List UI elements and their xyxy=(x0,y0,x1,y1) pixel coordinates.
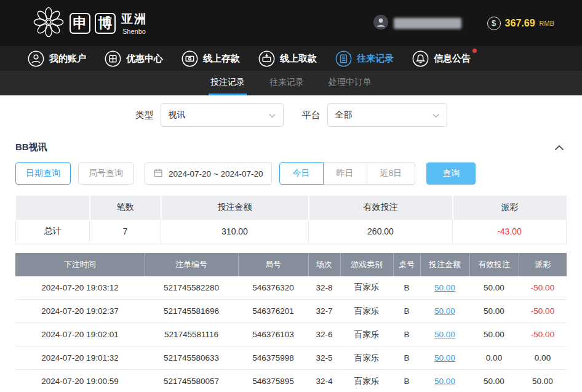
yesterday-button[interactable]: 昨日 xyxy=(323,162,367,185)
recent-8-days-button[interactable]: 近8日 xyxy=(367,162,416,185)
promo-grid-icon xyxy=(105,50,121,67)
total-label: 总计 xyxy=(16,219,90,244)
bet-amount-cell: 50.00 xyxy=(420,323,469,346)
bet-time-cell: 2024-07-20 19:03:12 xyxy=(15,276,145,300)
bet-amount-link[interactable]: 50.00 xyxy=(434,353,455,362)
bet-number-cell: 521745581116 xyxy=(145,323,238,346)
col-session: 场次 xyxy=(308,253,340,276)
bet-amount-cell: 50.00 xyxy=(420,370,469,392)
nav-item-announcements[interactable]: 信息公告 xyxy=(412,50,471,67)
payout-cell: -50.00 xyxy=(519,323,567,346)
dollar-icon: $ xyxy=(487,17,501,30)
round-number-cell: 546375998 xyxy=(238,346,308,370)
tab-transaction-records[interactable]: 往来记录 xyxy=(268,71,306,95)
table-row: 2024-07-20 19:03:12 521745582280 5463763… xyxy=(15,276,567,300)
round-number-cell: 546376103 xyxy=(238,323,308,346)
chevron-up-icon[interactable] xyxy=(552,142,567,153)
user-icon xyxy=(28,50,44,67)
summary-header-empty xyxy=(16,196,90,219)
game-type-cell: 百家乐 xyxy=(340,276,393,300)
today-button[interactable]: 今日 xyxy=(279,162,324,185)
col-bet-time: 下注时间 xyxy=(15,253,145,276)
type-label: 类型 xyxy=(135,110,154,121)
tab-processing-orders[interactable]: 处理中订单 xyxy=(327,71,373,95)
summary-total-row: 总计 7 310.00 260.00 -43.00 xyxy=(16,219,567,244)
bet-number-cell: 521745580633 xyxy=(145,346,238,370)
summary-header-valid-bet: 有效投注 xyxy=(309,196,453,219)
bet-time-cell: 2024-07-20 19:01:32 xyxy=(15,346,145,370)
col-bet-amount: 投注金额 xyxy=(420,253,469,276)
bet-time-cell: 2024-07-20 19:02:37 xyxy=(15,300,145,323)
records-icon xyxy=(335,50,352,67)
nav-item-deposit[interactable]: 线上存款 xyxy=(181,50,240,67)
chevron-down-icon xyxy=(269,110,276,120)
user-chip[interactable] xyxy=(373,14,461,33)
date-range-input[interactable]: 2024-07-20 ~ 2024-07-20 xyxy=(145,162,272,185)
nav-item-my-account[interactable]: 我的账户 xyxy=(28,50,86,67)
bet-amount-cell: 50.00 xyxy=(420,300,469,323)
logo-char-2: 博 xyxy=(95,13,116,34)
tab-betting-records[interactable]: 投注记录 xyxy=(209,71,247,95)
calendar-icon xyxy=(153,168,163,180)
logo[interactable]: 申 博 亚洲 Shenbo xyxy=(32,6,147,41)
table-row: 2024-07-20 19:02:01 521745581116 5463761… xyxy=(15,323,567,346)
col-valid-bet: 有效投注 xyxy=(469,253,519,276)
bell-icon xyxy=(412,50,429,67)
bet-amount-link[interactable]: 50.00 xyxy=(434,377,455,386)
type-select[interactable]: 视讯 xyxy=(161,103,284,127)
valid-bet-cell: 50.00 xyxy=(469,323,519,346)
round-number-cell: 546375895 xyxy=(238,370,308,392)
game-type-cell: 百家乐 xyxy=(340,346,393,370)
valid-bet-cell: 0.00 xyxy=(469,346,519,370)
sub-tabs: 投注记录 往来记录 处理中订单 xyxy=(0,71,582,95)
payout-cell: -50.00 xyxy=(519,300,567,323)
platform-select[interactable]: 全部 xyxy=(327,103,447,127)
round-number-cell: 546376320 xyxy=(238,276,308,300)
bet-number-cell: 521745581696 xyxy=(145,300,238,323)
col-payout: 派彩 xyxy=(519,253,567,276)
date-query-button[interactable]: 日期查询 xyxy=(15,162,71,185)
query-bar: 日期查询 局号查询 2024-07-20 ~ 2024-07-20 今日 昨日 … xyxy=(0,154,582,191)
balance-amount: 367.69 xyxy=(505,18,535,29)
table-number-cell: B xyxy=(393,323,420,346)
col-round-number: 局号 xyxy=(238,253,308,276)
nav-item-promotions[interactable]: 优惠中心 xyxy=(105,50,163,67)
bet-amount-link[interactable]: 50.00 xyxy=(434,283,455,292)
top-header: 申 博 亚洲 Shenbo $ 367.69 RMB xyxy=(0,0,582,46)
nav-item-records[interactable]: 往来记录 xyxy=(335,50,394,67)
valid-bet-cell: 50.00 xyxy=(469,370,519,392)
col-table-number: 桌号 xyxy=(393,253,420,276)
total-count: 7 xyxy=(90,219,161,244)
session-cell: 32-4 xyxy=(308,370,340,392)
search-button[interactable]: 查询 xyxy=(426,162,476,185)
valid-bet-cell: 50.00 xyxy=(469,300,519,323)
payout-cell: 50.00 xyxy=(519,370,567,392)
game-type-cell: 百家乐 xyxy=(340,323,393,346)
table-number-cell: B xyxy=(393,346,420,370)
bet-time-cell: 2024-07-20 19:00:59 xyxy=(15,370,145,392)
withdraw-icon xyxy=(258,50,275,67)
section-title: BB视讯 xyxy=(15,142,47,153)
summary-header-count: 笔数 xyxy=(90,196,161,219)
betting-records-table: 下注时间 注单编号 局号 场次 游戏类别 桌号 投注金额 有效投注 派彩 202… xyxy=(15,253,567,392)
main-nav: 我的账户 优惠中心 线上存款 线上取款 往来记录 xyxy=(0,46,582,71)
summary-header-payout: 派彩 xyxy=(453,196,567,219)
bet-amount-link[interactable]: 50.00 xyxy=(434,306,455,316)
avatar-icon xyxy=(373,14,389,33)
logo-region: 亚洲 xyxy=(121,11,147,27)
deposit-icon xyxy=(181,50,198,67)
total-payout: -43.00 xyxy=(453,219,567,244)
table-row: 2024-07-20 19:00:59 521745580057 5463758… xyxy=(15,370,567,392)
table-row: 2024-07-20 19:02:37 521745581696 5463762… xyxy=(15,300,567,323)
logo-char-1: 申 xyxy=(70,13,90,34)
balance: $ 367.69 RMB xyxy=(487,17,554,30)
round-number-cell: 546376201 xyxy=(238,300,308,323)
bet-number-cell: 521745582280 xyxy=(145,276,238,300)
bet-amount-link[interactable]: 50.00 xyxy=(434,330,455,339)
nav-item-withdraw[interactable]: 线上取款 xyxy=(258,50,317,67)
balance-currency: RMB xyxy=(540,20,554,27)
round-query-button[interactable]: 局号查询 xyxy=(78,162,134,185)
quick-date-group: 今日 昨日 近8日 xyxy=(279,162,416,185)
table-number-cell: B xyxy=(393,370,420,392)
bet-number-cell: 521745580057 xyxy=(145,370,238,392)
